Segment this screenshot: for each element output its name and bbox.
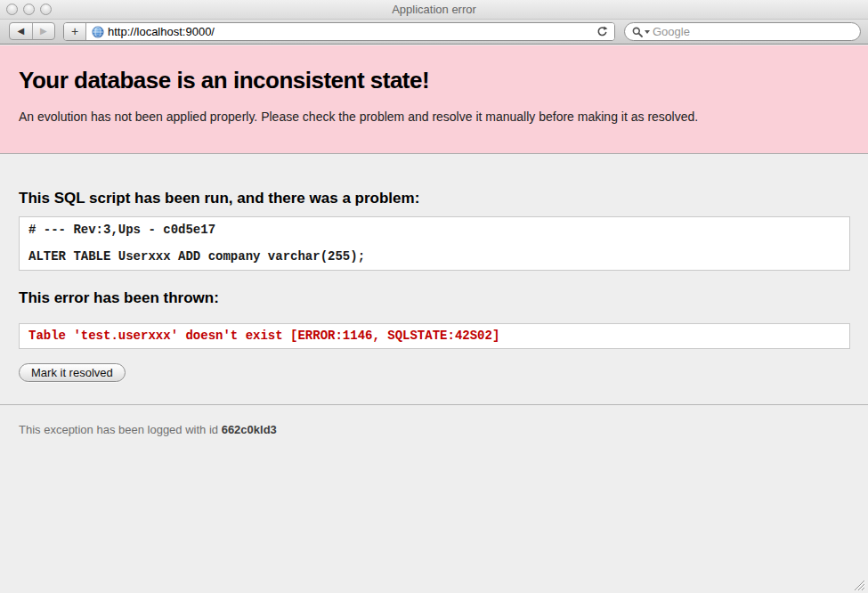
sql-script-heading: This SQL script has been run, and there …	[19, 154, 849, 207]
page-content: Your database is an inconsistent state! …	[0, 45, 868, 593]
search-input[interactable]	[653, 23, 860, 40]
search-icon[interactable]	[632, 27, 650, 37]
sql-script-line: # --- Rev:3,Ups - c0d5e17	[28, 223, 840, 237]
back-button[interactable]: ◀	[10, 23, 33, 39]
error-thrown-heading: This error has been thrown:	[19, 271, 849, 307]
window-title: Application error	[0, 0, 868, 20]
history-nav: ◀ ▶	[9, 22, 55, 40]
url-input[interactable]	[108, 23, 593, 40]
titlebar[interactable]: Application error	[0, 0, 868, 20]
banner-description: An evolution has not been applied proper…	[19, 110, 849, 124]
sql-script-line: ALTER TABLE Userxxx ADD company varchar(…	[28, 250, 840, 264]
globe-favicon-icon	[92, 26, 104, 38]
address-bar: +	[63, 22, 615, 41]
search-field[interactable]	[624, 22, 861, 41]
url-field[interactable]	[86, 23, 614, 40]
error-message: Table 'test.userxxx' doesn't exist [ERRO…	[28, 329, 499, 343]
mark-resolved-button[interactable]: Mark it resolved	[19, 363, 126, 382]
error-banner: Your database is an inconsistent state! …	[0, 45, 868, 154]
exception-id: 662c0kld3	[222, 423, 277, 436]
page-title: Your database is an inconsistent state!	[19, 67, 849, 94]
error-message-box: Table 'test.userxxx' doesn't exist [ERRO…	[19, 323, 850, 349]
resize-grip-icon[interactable]	[853, 578, 866, 591]
divider	[0, 404, 868, 405]
sql-script-box: # --- Rev:3,Ups - c0d5e17 ALTER TABLE Us…	[19, 216, 850, 271]
exception-log-text: This exception has been logged with id	[19, 423, 222, 436]
reload-icon[interactable]	[596, 26, 608, 37]
main-content: This SQL script has been run, and there …	[0, 154, 868, 436]
exception-log-note: This exception has been logged with id 6…	[19, 423, 849, 436]
browser-window: Application error ◀ ▶ +	[0, 0, 868, 593]
search-options-caret	[645, 30, 650, 34]
new-tab-button[interactable]: +	[64, 23, 86, 40]
browser-toolbar: ◀ ▶ +	[0, 20, 868, 45]
forward-button[interactable]: ▶	[33, 23, 55, 39]
